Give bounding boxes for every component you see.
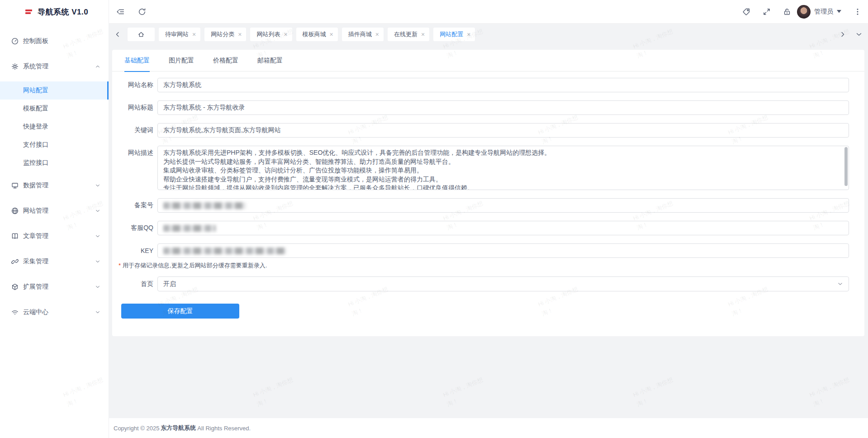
user-name: 管理员 bbox=[814, 8, 833, 16]
sidebar-item-website[interactable]: 网站管理 bbox=[0, 202, 109, 220]
sidebar-item-dashboard[interactable]: 控制面板 bbox=[0, 32, 109, 50]
basic-config-form: 网站名称 网站标题 关键词 网站描述 东方导航系统采用先进 bbox=[112, 71, 864, 319]
key-input[interactable] bbox=[157, 243, 849, 258]
active-indicator bbox=[107, 81, 109, 100]
site-title-input[interactable] bbox=[157, 100, 849, 115]
sidebar-item-cloud[interactable]: 云端中心 bbox=[0, 303, 109, 321]
tab-site-categories[interactable]: 网站分类× bbox=[204, 28, 246, 41]
app-title: 导航系统 V1.0 bbox=[38, 7, 88, 17]
tab-site-config[interactable]: 网站配置× bbox=[433, 28, 475, 41]
footer: Copyright © 2025 东方导航系统 All Rights Reser… bbox=[109, 418, 868, 438]
close-icon[interactable]: × bbox=[467, 31, 470, 38]
fullscreen-icon[interactable] bbox=[763, 8, 771, 16]
sidebar-item-label: 网站管理 bbox=[23, 207, 95, 215]
sidebar-item-site-config[interactable]: 网站配置 bbox=[0, 81, 109, 100]
tab-label: 网站分类 bbox=[211, 30, 234, 38]
textarea-scrollbar[interactable] bbox=[844, 147, 848, 186]
app-root: 导航系统 V1.0 控制面板 系统管理 网站配置 模板配置 快捷登录 支付接口 bbox=[0, 0, 868, 438]
tag-icon[interactable] bbox=[742, 8, 750, 16]
keywords-input[interactable] bbox=[157, 123, 849, 138]
tab-online-update[interactable]: 在线更新× bbox=[388, 28, 429, 41]
sidebar-item-article[interactable]: 文章管理 bbox=[0, 227, 109, 245]
monitor-icon bbox=[11, 182, 19, 189]
sidebar-item-monitor-api[interactable]: 监控接口 bbox=[0, 154, 109, 172]
close-icon[interactable]: × bbox=[375, 31, 379, 38]
sidebar-item-system[interactable]: 系统管理 bbox=[0, 57, 109, 76]
sidebar-item-collect[interactable]: 采集管理 bbox=[0, 252, 109, 271]
tab-label: 待审网站 bbox=[165, 30, 189, 38]
required-asterisk: * bbox=[119, 262, 121, 269]
chevron-up-icon bbox=[95, 64, 100, 69]
chevron-left-icon[interactable] bbox=[114, 31, 121, 38]
sidebar-item-label: 数据管理 bbox=[23, 181, 95, 190]
chevron-down-icon[interactable] bbox=[855, 31, 863, 38]
sidebar-item-label: 网站配置 bbox=[23, 86, 48, 95]
dashboard-icon bbox=[11, 38, 19, 45]
sidebar-item-payment-api[interactable]: 支付接口 bbox=[0, 136, 109, 154]
form-row-homepage: 首页 开启 bbox=[112, 276, 849, 291]
cube-icon bbox=[11, 283, 19, 290]
close-icon[interactable]: × bbox=[330, 31, 333, 38]
sidebar-item-label: 文章管理 bbox=[23, 232, 95, 240]
sidebar-item-data[interactable]: 数据管理 bbox=[0, 176, 109, 195]
icp-label: 备案号 bbox=[112, 201, 157, 209]
chevron-down-icon bbox=[95, 284, 100, 290]
link-icon bbox=[11, 258, 19, 265]
logo-flag-icon bbox=[25, 10, 32, 14]
close-icon[interactable]: × bbox=[284, 31, 287, 38]
qq-input[interactable] bbox=[157, 221, 849, 235]
homepage-select[interactable]: 开启 bbox=[157, 276, 849, 291]
homepage-label: 首页 bbox=[112, 280, 157, 288]
close-icon[interactable]: × bbox=[421, 31, 425, 38]
main-column: 管理员 待审网站× 网站分类× 网站列表× 模板商城× 插件商城× 在线更新× … bbox=[109, 0, 868, 438]
close-icon[interactable]: × bbox=[238, 31, 242, 38]
site-name-label: 网站名称 bbox=[112, 81, 157, 89]
form-row-site-title: 网站标题 bbox=[112, 100, 849, 115]
tab-site-list[interactable]: 网站列表× bbox=[250, 28, 292, 41]
sidebar-item-label: 控制面板 bbox=[23, 37, 100, 45]
key-note: *用于存储记录信息,更新之后网站部分缓存需要重新录入. bbox=[119, 262, 864, 270]
more-vertical-icon[interactable] bbox=[854, 8, 862, 16]
chevron-down-icon bbox=[95, 259, 100, 264]
tab-price-config[interactable]: 价格配置 bbox=[213, 50, 238, 71]
selected-option: 开启 bbox=[163, 280, 176, 288]
tab-label: 插件商城 bbox=[348, 30, 372, 38]
close-icon[interactable]: × bbox=[192, 31, 196, 38]
tab-template-store[interactable]: 模板商城× bbox=[296, 28, 338, 41]
avatar[interactable] bbox=[797, 5, 811, 19]
chevron-right-icon[interactable] bbox=[839, 31, 846, 38]
config-tabs: 基础配置 图片配置 价格配置 邮箱配置 bbox=[112, 50, 864, 71]
tab-email-config[interactable]: 邮箱配置 bbox=[257, 50, 283, 71]
topbar: 管理员 bbox=[109, 0, 868, 24]
tab-home[interactable] bbox=[128, 28, 155, 41]
tab-basic-config[interactable]: 基础配置 bbox=[124, 50, 150, 71]
sidebar-item-template-config[interactable]: 模板配置 bbox=[0, 100, 109, 118]
tab-pending-sites[interactable]: 待审网站× bbox=[159, 28, 200, 41]
tab-label: 模板商城 bbox=[303, 30, 326, 38]
refresh-icon[interactable] bbox=[138, 8, 146, 16]
sidebar-item-extension[interactable]: 扩展管理 bbox=[0, 278, 109, 296]
user-menu[interactable]: 管理员 bbox=[797, 5, 841, 19]
chevron-down-icon bbox=[95, 208, 100, 214]
tab-plugin-store[interactable]: 插件商城× bbox=[342, 28, 384, 41]
menu-fold-icon[interactable] bbox=[116, 8, 124, 16]
description-textarea[interactable]: 东方导航系统采用先进PHP架构，支持多模板切换、SEO优化、响应式设计，具备完善… bbox=[157, 146, 849, 190]
site-name-input[interactable] bbox=[157, 78, 849, 92]
sidebar-nav: 控制面板 系统管理 网站配置 模板配置 快捷登录 支付接口 监控接口 数据管理 bbox=[0, 24, 109, 321]
lock-icon[interactable] bbox=[783, 8, 791, 16]
keywords-label: 关键词 bbox=[112, 126, 157, 134]
system-submenu: 网站配置 模板配置 快捷登录 支付接口 监控接口 bbox=[0, 81, 109, 172]
qq-label: 客服QQ bbox=[112, 224, 157, 232]
icp-input[interactable] bbox=[157, 198, 849, 213]
copyright-suffix: All Rights Reserved. bbox=[197, 425, 251, 432]
site-title-label: 网站标题 bbox=[112, 104, 157, 112]
tab-image-config[interactable]: 图片配置 bbox=[169, 50, 194, 71]
sidebar-item-label: 支付接口 bbox=[23, 141, 48, 149]
form-row-site-name: 网站名称 bbox=[112, 78, 849, 92]
form-row-qq: 客服QQ bbox=[112, 221, 849, 235]
sidebar-item-quick-login[interactable]: 快捷登录 bbox=[0, 118, 109, 136]
save-config-button[interactable]: 保存配置 bbox=[121, 304, 239, 319]
chevron-down-icon bbox=[95, 309, 100, 315]
wifi-icon bbox=[11, 309, 19, 316]
footer-site-name: 东方导航系统 bbox=[161, 424, 196, 432]
